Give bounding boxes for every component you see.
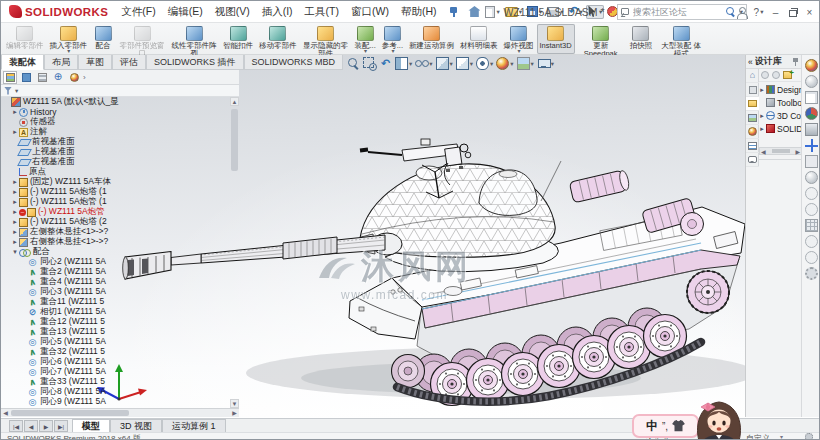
library-item[interactable]: ▸SOLIDWO [759, 122, 802, 135]
tree-item[interactable]: ∧重合13 (WZ111 5 [1, 327, 227, 337]
insert-component-button[interactable]: 插入零部件▾ [47, 24, 91, 54]
tree-item[interactable]: ◎同心7 (WZ111 5A [1, 367, 227, 377]
dropdown-icon[interactable]: ▾ [510, 60, 513, 68]
customize-dropdown-icon[interactable]: ▾ [780, 433, 783, 440]
dropdown-icon[interactable]: ▾ [551, 60, 554, 68]
display-manager-tab[interactable] [67, 71, 81, 84]
sphere-tool-icon[interactable] [805, 171, 818, 184]
bill-of-materials-button[interactable]: 材料明细表 [457, 24, 501, 54]
tree-item[interactable]: ◎同心8 (WZ111 5A [1, 387, 227, 397]
filter-dropdown-icon[interactable]: ▾ [15, 87, 18, 95]
tree-item[interactable]: ◎同心9 (WZ111 5A [1, 397, 227, 407]
close-button[interactable]: × [802, 5, 817, 20]
expander-icon[interactable]: ▸ [759, 112, 765, 120]
move-component-button[interactable]: 移动零部件 [256, 24, 300, 54]
instant3d-button[interactable]: Instant3D [537, 24, 575, 54]
forward-button[interactable] [772, 71, 780, 79]
circle-tool-3-icon[interactable] [805, 235, 818, 248]
settings-icon[interactable] [805, 267, 818, 280]
expander-icon[interactable]: ▸ [11, 188, 19, 196]
customize-label[interactable]: 自定义 [746, 433, 770, 440]
property-manager-tab[interactable] [19, 71, 33, 84]
expander-icon[interactable]: ▸ [11, 198, 19, 206]
next-tab-button[interactable]: ▶ [39, 420, 53, 432]
tab-3D 视图[interactable]: 3D 视图 [110, 419, 162, 432]
previous-view-button[interactable]: ↶ [379, 57, 392, 70]
minimize-button[interactable]: – [768, 5, 783, 20]
expander-icon[interactable]: ▸ [11, 178, 19, 186]
tree-item[interactable]: ▸A注解 [1, 127, 227, 137]
large-assembly-mode-button[interactable]: 大型装配 体模式 [655, 24, 707, 54]
appearance-2-icon[interactable] [805, 75, 818, 88]
circle-tool-2-icon[interactable] [805, 203, 818, 216]
tree-item[interactable]: ▸–(-) WZ111 5A炮管 [1, 207, 227, 217]
tree-item[interactable]: ▸(固定) WZ111 5A车体 [1, 177, 227, 187]
dropdown-icon[interactable]: ▾ [518, 47, 521, 54]
menu-item[interactable]: 文件(F) [116, 3, 160, 21]
scroll-left-icon[interactable]: ◀ [1, 409, 10, 417]
tree-item[interactable]: 右视基准面 [1, 157, 227, 167]
gear-icon[interactable] [805, 433, 813, 440]
tree-item[interactable]: ∧重合4 (WZ111 5A [1, 277, 227, 287]
library-scrollbar[interactable]: ◀▶ [759, 147, 802, 155]
tree-item[interactable]: 前视基准面 [1, 137, 227, 147]
tree-item[interactable]: ◎同心5 (WZ111 5A [1, 337, 227, 347]
dim-xpert-tab[interactable]: ⊕ [51, 71, 65, 84]
pin-menu-icon[interactable] [449, 7, 458, 17]
section-view-button[interactable]: ▾ [395, 57, 412, 70]
zoom-to-area-button[interactable] [363, 57, 376, 70]
expander-icon[interactable]: ▸ [11, 108, 19, 116]
feature-tree-filter[interactable]: ▾ [1, 85, 239, 97]
tree-item[interactable]: ⊘相切1 (WZ111 5A [1, 307, 227, 317]
tree-item[interactable]: ∧重合32 (WZ111 5 [1, 347, 227, 357]
move-tool-icon[interactable] [805, 139, 818, 152]
tree-item[interactable]: ▸左侧整体悬挂<1>->? [1, 227, 227, 237]
copy-settings-icon[interactable] [805, 91, 818, 104]
tree-item[interactable]: ▾配合 [1, 247, 227, 257]
ime-skin-icon[interactable] [672, 420, 685, 432]
tree-item[interactable]: ▸(-) WZ111 5A炮塔 (2 [1, 217, 227, 227]
search-input[interactable] [633, 7, 723, 17]
save-style-icon[interactable] [805, 123, 818, 136]
tree-horizontal-scrollbar[interactable]: ◀ ▶ [1, 408, 239, 417]
dropdown-icon[interactable]: ▾ [364, 47, 367, 54]
scroll-right-icon[interactable]: ▶ [230, 409, 239, 417]
update-speedpak-button[interactable]: 更新 Speedpak [575, 24, 627, 54]
menu-item[interactable]: 视图(V) [210, 3, 255, 21]
expander-icon[interactable]: ▸ [759, 125, 765, 133]
tab-装配体[interactable]: 装配体 [1, 55, 44, 70]
circle-tool-1-icon[interactable] [805, 187, 818, 200]
forum-tab[interactable] [746, 153, 759, 167]
tree-item[interactable]: ▸(-) WZ111 5A炮管 (1 [1, 197, 227, 207]
pane-divider[interactable] [759, 159, 802, 160]
tab-运动算例 1[interactable]: 运动算例 1 [162, 419, 226, 432]
tree-item[interactable]: ◎同心2 (WZ111 5A [1, 257, 227, 267]
tree-item[interactable]: ∧重合33 (WZ111 5 [1, 377, 227, 387]
assembly-features-button[interactable]: 装配...▾ [352, 24, 379, 54]
dropdown-icon[interactable]: ▾ [409, 60, 412, 68]
collapse-icon[interactable]: « [748, 57, 753, 67]
expand-tabs-icon[interactable]: › [83, 73, 86, 82]
library-item[interactable]: ▸Design Li [759, 83, 802, 96]
tree-item[interactable]: 原点 [1, 167, 227, 177]
tab-模型[interactable]: 模型 [72, 419, 110, 432]
dropdown-icon[interactable]: ▾ [450, 60, 453, 68]
first-tab-button[interactable]: |◀ [9, 420, 23, 432]
library-item[interactable]: Toolbox [759, 96, 802, 109]
appearance-icon[interactable] [805, 59, 818, 72]
restore-button[interactable] [785, 5, 800, 20]
circle-tool-4-icon[interactable] [805, 251, 818, 264]
tree-item[interactable]: WZ111 5A (默认<默认_显 [1, 97, 227, 107]
dropdown-icon[interactable]: ▾ [429, 60, 432, 68]
box-tool-icon[interactable] [805, 155, 818, 168]
expander-icon[interactable]: ▸ [11, 218, 19, 226]
menu-item[interactable]: 插入(I) [257, 3, 298, 21]
display-style-button[interactable]: ▾ [456, 57, 473, 70]
mate-button[interactable]: 配合 [90, 24, 116, 54]
menu-item[interactable]: 窗口(W) [346, 3, 394, 21]
menu-item[interactable]: 编辑(E) [163, 3, 208, 21]
last-tab-button[interactable]: ▶| [54, 420, 68, 432]
tree-item[interactable]: 上视基准面 [1, 147, 227, 157]
dropdown-icon[interactable]: ▾ [490, 60, 493, 68]
reference-geometry-button[interactable]: 参考...▾ [379, 24, 406, 54]
